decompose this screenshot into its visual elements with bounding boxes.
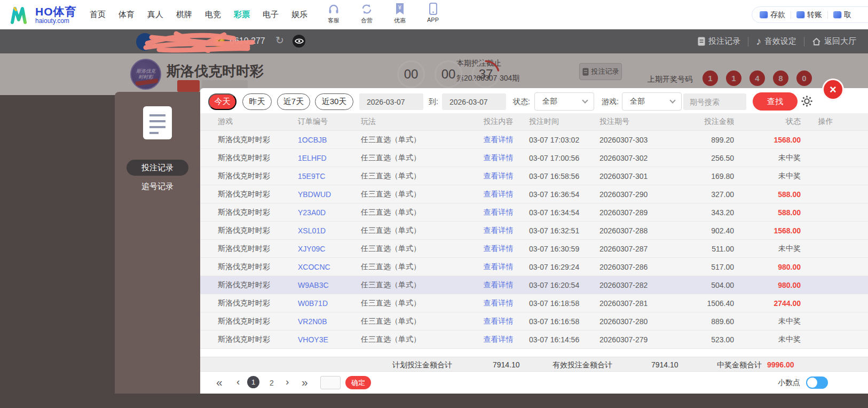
view-details-link[interactable]: 查看详情	[468, 280, 529, 290]
app-download-link[interactable]: APP	[421, 2, 445, 25]
confirm-page-button[interactable]: 确定	[345, 376, 371, 389]
table-row: 斯洛伐克时时彩 W9AB3C 任三直选（单式） 查看详情 03-07 16:20…	[200, 276, 868, 294]
cell-play-type: 任三直选（单式）	[361, 171, 468, 181]
date-to-input[interactable]	[442, 93, 506, 110]
search-button[interactable]: 查找	[753, 92, 798, 111]
divider	[748, 37, 748, 46]
cell-status: 未中奖	[734, 153, 801, 163]
order-id-link[interactable]: XJY09C	[298, 245, 361, 253]
status-select[interactable]: 全部	[534, 92, 594, 111]
view-details-link[interactable]: 查看详情	[468, 244, 529, 254]
cell-play-type: 任三直选（单式）	[361, 135, 468, 145]
view-details-link[interactable]: 查看详情	[468, 171, 529, 181]
view-details-link[interactable]: 查看详情	[468, 262, 529, 272]
view-details-link[interactable]: 查看详情	[468, 190, 529, 199]
order-id-link[interactable]: 1ELHFD	[298, 154, 361, 162]
cell-status: 未中奖	[734, 171, 801, 181]
deposit-button[interactable]: 存款	[760, 10, 785, 20]
page-1-button[interactable]: 1	[247, 376, 259, 388]
date-to-label: 到:	[429, 97, 438, 107]
view-details-link[interactable]: 查看详情	[468, 135, 529, 145]
view-details-link[interactable]: 查看详情	[468, 299, 529, 308]
cell-bet-amount: 902.40	[683, 226, 734, 235]
order-id-link[interactable]: 15E9TC	[298, 172, 361, 181]
transfer-button[interactable]: 转账	[796, 10, 822, 20]
order-id-link[interactable]: Y23A0D	[298, 208, 361, 217]
view-details-link[interactable]: 查看详情	[468, 153, 529, 163]
decimal-toggle[interactable]	[806, 376, 828, 389]
view-details-link[interactable]: 查看详情	[468, 335, 529, 344]
divider	[791, 11, 791, 19]
page-2-button[interactable]: 2	[270, 379, 274, 387]
customer-service-link[interactable]: 客服	[321, 2, 346, 25]
speed-url-tab	[177, 80, 200, 92]
nav-item-entertainment[interactable]: 娱乐	[291, 10, 307, 20]
view-details-link[interactable]: 查看详情	[468, 208, 529, 217]
cell-bet-amount: 899.20	[683, 136, 734, 144]
eye-icon[interactable]	[293, 35, 305, 48]
period-search-input[interactable]	[683, 93, 746, 110]
last-page-button[interactable]: »	[302, 376, 308, 389]
order-id-link[interactable]: VHOY3E	[298, 335, 361, 344]
filter-today-button[interactable]: 今天	[208, 93, 236, 110]
sound-settings-link[interactable]: ♪ 音效设定	[756, 35, 796, 48]
cell-play-type: 任三直选（单式）	[361, 262, 468, 272]
order-id-link[interactable]: XSL01D	[298, 226, 361, 235]
top-nav: HO体育 haiouty.com 首页 体育 真人 棋牌 电竞 彩票 电子 娱乐…	[0, 0, 868, 29]
order-id-link[interactable]: 1OCBJB	[298, 136, 361, 144]
cell-play-type: 任三直选（单式）	[361, 299, 468, 308]
nav-item-slots[interactable]: 电子	[263, 10, 279, 20]
page-jump-input[interactable]	[320, 376, 341, 389]
cell-bet-period: 20260307-289	[599, 208, 683, 217]
toggle-knob	[807, 378, 817, 388]
close-icon[interactable]: ×	[822, 79, 844, 100]
cell-game-name: 斯洛伐克时时彩	[218, 244, 298, 254]
col-bet-content: 投注内容	[468, 117, 529, 127]
nav-item-lottery[interactable]: 彩票	[234, 10, 250, 20]
order-id-link[interactable]: YBDWUD	[298, 190, 361, 199]
filter-yesterday-button[interactable]: 昨天	[242, 93, 272, 110]
filter-30days-button[interactable]: 近30天	[315, 93, 353, 110]
document-icon	[143, 106, 172, 142]
cell-play-type: 任三直选（单式）	[361, 244, 468, 254]
nav-item-sports[interactable]: 体育	[119, 10, 135, 20]
promotions-link[interactable]: ¥ 优惠	[388, 2, 412, 25]
game-select[interactable]: 全部	[622, 92, 682, 111]
wallet-pill: 存款 转账 取	[752, 6, 868, 23]
valid-total-label: 有效投注金额合计	[553, 360, 612, 370]
nav-item-live[interactable]: 真人	[147, 10, 163, 20]
order-id-link[interactable]: VR2N0B	[298, 317, 361, 326]
cell-game-name: 斯洛伐克时时彩	[218, 153, 298, 163]
partnership-link[interactable]: 合营	[354, 2, 379, 25]
nav-item-chess[interactable]: 棋牌	[176, 10, 192, 20]
refresh-icon[interactable]: ↻	[275, 34, 284, 46]
prev-page-button[interactable]: ‹	[236, 376, 240, 388]
cell-bet-time: 03-07 16:32:51	[529, 226, 599, 235]
first-page-button[interactable]: «	[216, 376, 223, 389]
cell-bet-time: 03-07 16:30:59	[529, 245, 599, 253]
cell-bet-period: 20260307-301	[599, 172, 683, 181]
bet-record-link[interactable]: 投注记录	[698, 36, 740, 46]
order-id-link[interactable]: W9AB3C	[298, 281, 361, 289]
filter-7days-button[interactable]: 近7天	[277, 93, 310, 110]
cell-bet-time: 03-07 16:20:54	[529, 281, 599, 289]
brand-logo-icon[interactable]	[7, 4, 30, 28]
col-action: 操作	[801, 117, 850, 127]
order-id-link[interactable]: W0B71D	[298, 299, 361, 308]
view-details-link[interactable]: 查看详情	[468, 226, 529, 236]
back-to-lobby-link[interactable]: 返回大厅	[812, 36, 856, 46]
order-id-link[interactable]: XCOCNC	[298, 263, 361, 271]
nav-item-home[interactable]: 首页	[90, 10, 106, 20]
table-row: 斯洛伐克时时彩 XSL01D 任三直选（单式） 查看详情 03-07 16:32…	[200, 222, 868, 240]
view-details-link[interactable]: 查看详情	[468, 317, 529, 326]
table-row: 斯洛伐克时时彩 XCOCNC 任三直选（单式） 查看详情 03-07 16:29…	[200, 258, 868, 276]
withdraw-button[interactable]: 取	[833, 10, 851, 20]
gear-icon[interactable]	[801, 95, 813, 109]
date-from-input[interactable]	[359, 93, 423, 110]
next-page-button[interactable]: ›	[286, 376, 289, 388]
cell-bet-period: 20260307-288	[599, 226, 683, 235]
nav-item-esports[interactable]: 电竞	[205, 10, 221, 20]
sidebar-item-chase-records[interactable]: 追号记录	[115, 182, 200, 192]
cell-status: 1568.00	[734, 226, 801, 235]
sidebar-item-bet-records[interactable]: 投注记录	[127, 160, 188, 176]
